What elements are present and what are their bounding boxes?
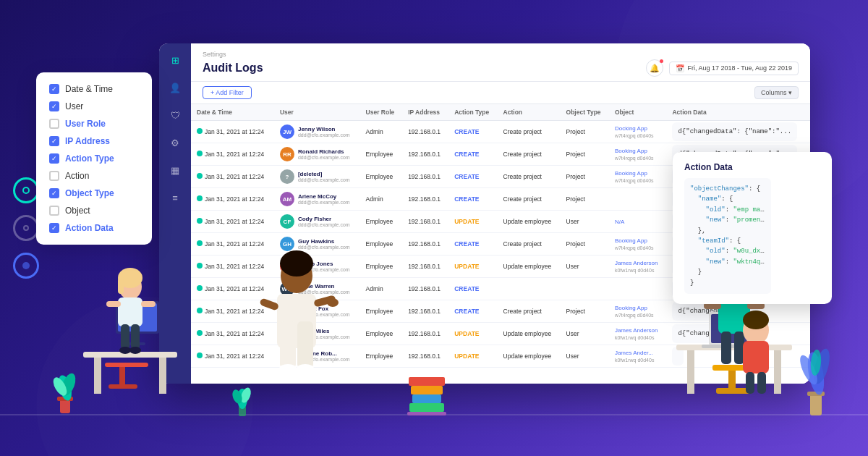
cell-ip: 192.168.0.1 [402,211,448,233]
col-header-actiontype: Action Type [448,104,497,121]
svg-rect-64 [411,386,443,394]
filter-checkbox-object[interactable] [49,206,59,216]
cell-objecttype: Project [561,233,609,256]
cell-user: FM Floyd Miles ddd@cfo.example.com [274,323,360,345]
cell-user: JW Jenny Wilson ddd@cfo.example.com [274,121,360,143]
date-range-button[interactable]: 📅 Fri, Aug 17 2018 - Tue, Aug 22 2019 [669,62,799,75]
cell-user: JJ Jacob Jones ddd@cfo.example.com [274,256,360,278]
filter-item-user[interactable]: ✓ User [49,101,139,111]
breadcrumb: Settings [203,51,799,58]
svg-point-69 [237,389,247,409]
filter-item-ipaddress[interactable]: ✓ IP Address [49,136,139,146]
cell-userrole: Employee [360,256,403,278]
ring-icon-1 [13,177,39,203]
svg-point-23 [59,371,78,397]
filter-item-objecttype[interactable]: ✓ Object Type [49,188,139,198]
col-header-datetime: Date & Time [191,104,274,121]
filter-checkbox-objecttype[interactable]: ✓ [49,188,59,198]
filter-label-userrole: User Role [65,119,106,129]
cell-userrole: Employee [360,300,403,323]
filter-checkbox-user[interactable]: ✓ [49,101,59,111]
sidebar-icon-users[interactable]: 👤 [167,80,183,96]
cell-actiontype: UPDATE [448,323,497,345]
notification-bell-button[interactable]: 🔔 [646,59,663,77]
cell-objecttype: User [561,323,609,345]
cell-userrole: Employee [360,211,403,233]
add-filter-button[interactable]: + Add Filter [203,86,252,99]
filter-checkbox-actiondata[interactable]: ✓ [49,223,59,233]
svg-rect-16 [121,324,129,350]
table-header-row: Date & Time User User Role IP Address Ac… [191,104,810,121]
table-row[interactable]: Jan 31, 2021 at 12:24 DR Darlene Rob... … [191,345,810,368]
table-row[interactable]: Jan 31, 2021 at 12:24 FM Floyd Miles ddd… [191,323,810,345]
svg-point-71 [231,389,244,405]
filter-checkbox-ipaddress[interactable]: ✓ [49,136,59,146]
ring-icon-2 [13,215,39,241]
columns-button[interactable]: Columns ▾ [754,86,799,99]
cell-objecttype: User [561,256,609,278]
cell-ip: 192.168.0.1 [402,233,448,256]
sidebar-icon-settings[interactable]: ⚙ [167,135,183,151]
sidebar-icon-shield[interactable]: 🛡 [167,107,183,123]
svg-rect-65 [412,394,441,403]
cell-object: Booking Appw7t4rqpq d0d40s [609,233,667,256]
cell-actiontype: CREATE [448,300,497,323]
cell-datetime: Jan 31, 2021 at 12:24 [191,166,274,188]
page-title: Audit Logs [203,62,263,75]
svg-rect-3 [116,301,159,334]
main-container: ✓ Date & Time ✓ User User Role ✓ IP Addr… [0,0,868,456]
cell-actiontype: CREATE [448,188,497,211]
cell-object: James Andersonk0fw1rwq d0d40s [609,256,667,278]
filter-checkbox-action[interactable] [49,171,59,181]
cell-user: GH Guy Hawkins ddd@cfo.example.com [274,233,360,256]
cell-actiontype: UPDATE [448,345,497,368]
svg-rect-58 [807,392,825,396]
cell-action: Create project [498,166,561,188]
cell-objecttype: Project [561,166,609,188]
filter-item-action[interactable]: Action [49,171,139,181]
cell-datetime: Jan 31, 2021 at 12:24 [191,188,274,211]
cell-object: N/A [609,211,667,233]
cell-userrole: Admin [360,188,403,211]
action-data-panel-title: Action Data [684,162,820,172]
cell-object: James Andersonk0fw1rwq d0d40s [609,323,667,345]
filter-label-objecttype: Object Type [65,188,114,198]
sidebar-icon-home[interactable]: ⊞ [167,52,183,68]
cell-user: RR Ronald Richards ddd@cfo.example.com [274,143,360,166]
table-row[interactable]: Jan 31, 2021 at 12:24 JW Jenny Wilson dd… [191,121,810,143]
svg-point-19 [129,347,141,354]
svg-point-60 [811,347,833,386]
col-header-action: Action [498,104,561,121]
cell-datetime: Jan 31, 2021 at 12:24 [191,278,274,300]
cell-actiontype: CREATE [448,233,497,256]
filter-item-datetime[interactable]: ✓ Date & Time [49,84,139,94]
filter-checkbox-actiontype[interactable]: ✓ [49,153,59,164]
action-data-code: "objectChanges": { "name": { "old": "emp… [684,178,771,294]
col-header-user: User [274,104,360,121]
svg-rect-66 [409,403,444,412]
filter-label-action: Action [65,171,89,181]
filter-item-userrole[interactable]: User Role [49,119,139,129]
cell-ip: 192.168.0.1 [402,143,448,166]
sidebar-icon-list[interactable]: ≡ [167,190,183,206]
col-header-ip: IP Address [402,104,448,121]
cell-datetime: Jan 31, 2021 at 12:24 [191,211,274,233]
filter-checkbox-datetime[interactable]: ✓ [49,84,59,94]
filter-item-actiondata[interactable]: ✓ Action Data [49,223,139,233]
cell-object: Docking Appw7t4rqpq d0d40s [609,121,667,143]
cell-userrole: Employee [360,233,403,256]
cell-action: Update employee [498,211,561,233]
filter-item-actiontype[interactable]: ✓ Action Type [49,153,139,164]
cell-datetime: Jan 31, 2021 at 12:24 [191,233,274,256]
cell-userrole: Employee [360,345,403,368]
filter-checkbox-userrole[interactable] [49,119,59,129]
svg-rect-20 [60,399,70,413]
svg-rect-14 [106,301,121,307]
sidebar-icon-grid[interactable]: ▦ [167,162,183,178]
filter-item-object[interactable]: Object [49,206,139,216]
cell-datetime: Jan 31, 2021 at 12:24 [191,143,274,166]
col-header-objecttype: Object Type [561,104,609,121]
cell-datetime: Jan 31, 2021 at 12:24 [191,121,274,143]
cell-action: Create project [498,233,561,256]
svg-point-10 [119,274,142,300]
